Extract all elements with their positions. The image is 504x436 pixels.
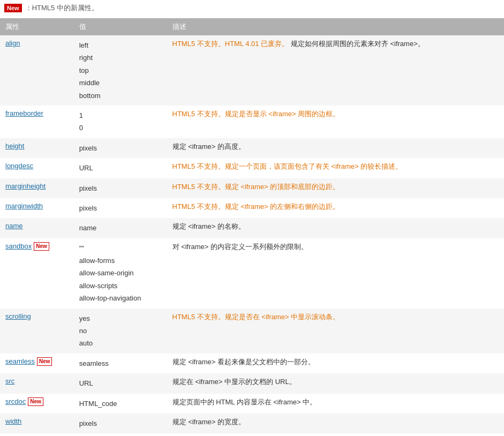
value-cell: URL <box>74 158 167 178</box>
attributes-table: 属性 值 描述 alignleftrighttopmiddlebottomHTM… <box>0 18 504 433</box>
table-row: seamlessNewseamless规定 <iframe> 看起来像是父文档中… <box>0 354 504 373</box>
attr-cell: sandboxNew <box>0 238 74 309</box>
table-row: srcURL规定在 <iframe> 中显示的文档的 URL。 <box>0 373 504 393</box>
attr-cell: align <box>0 35 74 106</box>
value-cell: ""allow-formsallow-same-originallow-scri… <box>74 238 167 309</box>
attr-cell: longdesc <box>0 158 74 178</box>
desc-cell: 规定在 <iframe> 中显示的文档的 URL。 <box>167 373 504 393</box>
desc-cell: HTML5 不支持。规定是否显示 <iframe> 周围的边框。 <box>167 106 504 138</box>
table-row: scrollingyesnoautoHTML5 不支持。规定是否在 <ifram… <box>0 309 504 354</box>
attr-link[interactable]: scrolling <box>5 312 31 320</box>
attr-cell: frameborder <box>0 106 74 138</box>
value-cell: leftrighttopmiddlebottom <box>74 35 167 106</box>
value-cell: 10 <box>74 106 167 138</box>
not-supported-text: HTML5 不支持。规定 <iframe> 的顶部和底部的边距。 <box>172 183 340 191</box>
new-badge-inline: New <box>28 397 43 406</box>
value-cell: pixels <box>74 414 167 433</box>
table-row: srcdocNewHTML_code规定页面中的 HTML 内容显示在 <ifr… <box>0 394 504 414</box>
attr-link[interactable]: align <box>5 39 20 47</box>
value-cell: pixels <box>74 178 167 198</box>
desc-cell: HTML5 不支持。HTML 4.01 已废弃。 规定如何根据周围的元素来对齐 … <box>167 35 504 106</box>
attr-cell: name <box>0 218 74 238</box>
desc-cell: HTML5 不支持。规定 <iframe> 的顶部和底部的边距。 <box>167 178 504 198</box>
attr-cell: height <box>0 138 74 158</box>
value-cell: seamless <box>74 354 167 373</box>
desc-cell: HTML5 不支持。规定是否在 <iframe> 中显示滚动条。 <box>167 309 504 354</box>
footer: php 中文网 <box>0 433 504 436</box>
table-row: namename规定 <iframe> 的名称。 <box>0 218 504 238</box>
col-header-desc: 描述 <box>167 18 504 35</box>
table-row: marginheightpixelsHTML5 不支持。规定 <iframe> … <box>0 178 504 198</box>
attr-link[interactable]: seamless <box>5 357 35 365</box>
not-supported-text: HTML5 不支持。规定是否在 <iframe> 中显示滚动条。 <box>172 313 340 321</box>
attr-link[interactable]: longdesc <box>5 162 33 170</box>
desc-cell: 规定 <iframe> 看起来像是父文档中的一部分。 <box>167 354 504 373</box>
table-row: alignleftrighttopmiddlebottomHTML5 不支持。H… <box>0 35 504 106</box>
desc-cell: 规定页面中的 HTML 内容显示在 <iframe> 中。 <box>167 394 504 414</box>
value-cell: URL <box>74 373 167 393</box>
desc-cell: 规定 <iframe> 的高度。 <box>167 138 504 158</box>
desc-cell: 规定 <iframe> 的名称。 <box>167 218 504 238</box>
col-header-attr: 属性 <box>0 18 74 35</box>
notice-text: ：HTML5 中的新属性。 <box>25 3 99 13</box>
table-row: sandboxNew""allow-formsallow-same-origin… <box>0 238 504 309</box>
attr-cell: seamlessNew <box>0 354 74 373</box>
attr-cell: width <box>0 414 74 433</box>
table-row: widthpixels规定 <iframe> 的宽度。 <box>0 414 504 433</box>
value-cell: pixels <box>74 198 167 218</box>
desc-cell: 规定 <iframe> 的宽度。 <box>167 414 504 433</box>
top-notice: New ：HTML5 中的新属性。 <box>0 0 504 16</box>
desc-cell: 对 <iframe> 的内容定义一系列额外的限制。 <box>167 238 504 309</box>
table-row: frameborder10HTML5 不支持。规定是否显示 <iframe> 周… <box>0 106 504 138</box>
desc-cell: HTML5 不支持。规定一个页面，该页面包含了有关 <iframe> 的较长描述… <box>167 158 504 178</box>
table-row: marginwidthpixelsHTML5 不支持。规定 <iframe> 的… <box>0 198 504 218</box>
attr-link[interactable]: width <box>5 417 21 425</box>
attr-link[interactable]: sandbox <box>5 242 32 250</box>
value-cell: pixels <box>74 138 167 158</box>
col-header-value: 值 <box>74 18 167 35</box>
attr-cell: srcdocNew <box>0 394 74 414</box>
attr-cell: marginheight <box>0 178 74 198</box>
value-cell: yesnoauto <box>74 309 167 354</box>
attr-link[interactable]: height <box>5 142 24 150</box>
not-supported-text: HTML5 不支持。规定 <iframe> 的左侧和右侧的边距。 <box>172 202 340 211</box>
value-cell: HTML_code <box>74 394 167 414</box>
attr-link[interactable]: name <box>5 222 23 230</box>
attr-link[interactable]: marginheight <box>5 182 46 190</box>
attr-cell: scrolling <box>0 309 74 354</box>
table-row: heightpixels规定 <iframe> 的高度。 <box>0 138 504 158</box>
value-cell: name <box>74 218 167 238</box>
attr-cell: marginwidth <box>0 198 74 218</box>
new-badge-inline: New <box>37 357 52 366</box>
not-supported-text: HTML5 不支持。HTML 4.01 已废弃。 <box>172 40 291 48</box>
attr-link[interactable]: frameborder <box>5 109 43 117</box>
attr-link[interactable]: src <box>5 377 14 385</box>
new-badge-inline: New <box>34 242 49 251</box>
not-supported-text: HTML5 不支持。规定一个页面，该页面包含了有关 <iframe> 的较长描述… <box>172 162 403 170</box>
attr-cell: src <box>0 373 74 393</box>
desc-cell: HTML5 不支持。规定 <iframe> 的左侧和右侧的边距。 <box>167 198 504 218</box>
attr-link[interactable]: srcdoc <box>5 397 26 405</box>
attr-link[interactable]: marginwidth <box>5 202 43 210</box>
new-badge: New <box>4 4 22 12</box>
table-row: longdescURLHTML5 不支持。规定一个页面，该页面包含了有关 <if… <box>0 158 504 178</box>
not-supported-text: HTML5 不支持。规定是否显示 <iframe> 周围的边框。 <box>172 110 340 118</box>
